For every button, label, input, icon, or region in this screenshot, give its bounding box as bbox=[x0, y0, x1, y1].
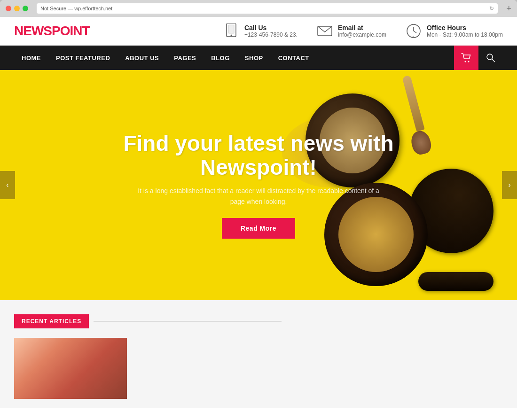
svg-point-2 bbox=[230, 35, 232, 36]
hero-title: Find your latest news with Newspoint! bbox=[118, 132, 400, 179]
svg-rect-1 bbox=[228, 25, 234, 33]
email-title: Email at bbox=[338, 24, 386, 31]
logo-highlight: N bbox=[14, 23, 23, 38]
browser-titlebar: Not Secure — wp.efforttech.net ↻ + bbox=[0, 0, 517, 17]
svg-point-10 bbox=[487, 54, 493, 60]
svg-point-9 bbox=[468, 61, 470, 62]
article-card[interactable] bbox=[14, 338, 127, 399]
recent-articles-section: RECENT ARTICLES bbox=[0, 300, 517, 408]
call-info: Call Us +123-456-7890 & 23. bbox=[223, 23, 298, 39]
site-logo[interactable]: NEWSPOINT bbox=[14, 23, 90, 39]
clock-icon: 24 bbox=[405, 23, 422, 39]
browser-dots bbox=[6, 6, 28, 11]
articles-grid bbox=[14, 338, 503, 399]
section-line bbox=[94, 321, 282, 322]
cart-button[interactable] bbox=[454, 46, 478, 70]
hours-text: Office Hours Mon - Sat: 9.00am to 18.00p… bbox=[427, 24, 503, 38]
hero-overlay: Find your latest news with Newspoint! It… bbox=[0, 70, 517, 300]
svg-point-8 bbox=[465, 61, 466, 62]
nav-item-shop[interactable]: SHOP bbox=[237, 46, 271, 70]
nav-items: HOME POST FEATURED ABOUT US PAGES BLOG S… bbox=[14, 46, 454, 70]
address-bar[interactable]: Not Secure — wp.efforttech.net ↻ bbox=[37, 3, 498, 14]
nav-item-contact[interactable]: CONTACT bbox=[271, 46, 317, 70]
hours-info: 24 Office Hours Mon - Sat: 9.00am to 18.… bbox=[405, 23, 503, 39]
svg-text:24: 24 bbox=[411, 35, 414, 38]
nav-item-home[interactable]: HOME bbox=[14, 46, 48, 70]
call-title: Call Us bbox=[244, 24, 298, 31]
hours-title: Office Hours bbox=[427, 24, 503, 31]
dot-yellow[interactable] bbox=[14, 6, 20, 11]
dot-green[interactable] bbox=[23, 6, 28, 11]
article-image bbox=[14, 338, 127, 399]
email-info: Email at info@example.com bbox=[316, 23, 386, 39]
hero-cta-button[interactable]: Read More bbox=[222, 218, 295, 239]
info-items: Call Us +123-456-7890 & 23. Email at inf… bbox=[223, 23, 503, 39]
nav-item-post-featured[interactable]: POST FEATURED bbox=[48, 46, 118, 70]
browser-window: Not Secure — wp.efforttech.net ↻ + NEWSP… bbox=[0, 0, 517, 420]
nav-item-blog[interactable]: BLOG bbox=[204, 46, 237, 70]
phone-icon bbox=[223, 23, 240, 39]
call-text: Call Us +123-456-7890 & 23. bbox=[244, 24, 298, 38]
hours-sub: Mon - Sat: 9.00am to 18.00pm bbox=[427, 31, 503, 38]
hero-slider: Find your latest news with Newspoint! It… bbox=[0, 70, 517, 300]
nav-item-pages[interactable]: PAGES bbox=[166, 46, 204, 70]
dot-red[interactable] bbox=[6, 6, 11, 11]
email-icon bbox=[316, 23, 333, 39]
email-sub: info@example.com bbox=[338, 31, 386, 38]
search-button[interactable] bbox=[478, 46, 503, 70]
svg-line-6 bbox=[414, 31, 416, 33]
logo-rest: EWSPOINT bbox=[23, 23, 89, 38]
call-sub: +123-456-7890 & 23. bbox=[244, 31, 298, 38]
section-header: RECENT ARTICLES bbox=[14, 314, 503, 328]
hero-subtitle: It is a long established fact that a rea… bbox=[136, 186, 381, 207]
svg-line-11 bbox=[492, 59, 495, 62]
address-bar-text: Not Secure — wp.efforttech.net bbox=[40, 6, 112, 11]
slider-prev-button[interactable]: ‹ bbox=[0, 171, 15, 199]
top-info-bar: NEWSPOINT Call Us +123-456-7890 & 23. bbox=[0, 17, 517, 46]
website-content: NEWSPOINT Call Us +123-456-7890 & 23. bbox=[0, 17, 517, 420]
slider-next-button[interactable]: › bbox=[502, 171, 517, 199]
recent-articles-tag: RECENT ARTICLES bbox=[14, 314, 89, 328]
email-text: Email at info@example.com bbox=[338, 24, 386, 38]
new-tab-button[interactable]: + bbox=[506, 4, 511, 14]
nav-item-about-us[interactable]: ABOUT US bbox=[118, 46, 166, 70]
nav-bar: HOME POST FEATURED ABOUT US PAGES BLOG S… bbox=[0, 46, 517, 70]
